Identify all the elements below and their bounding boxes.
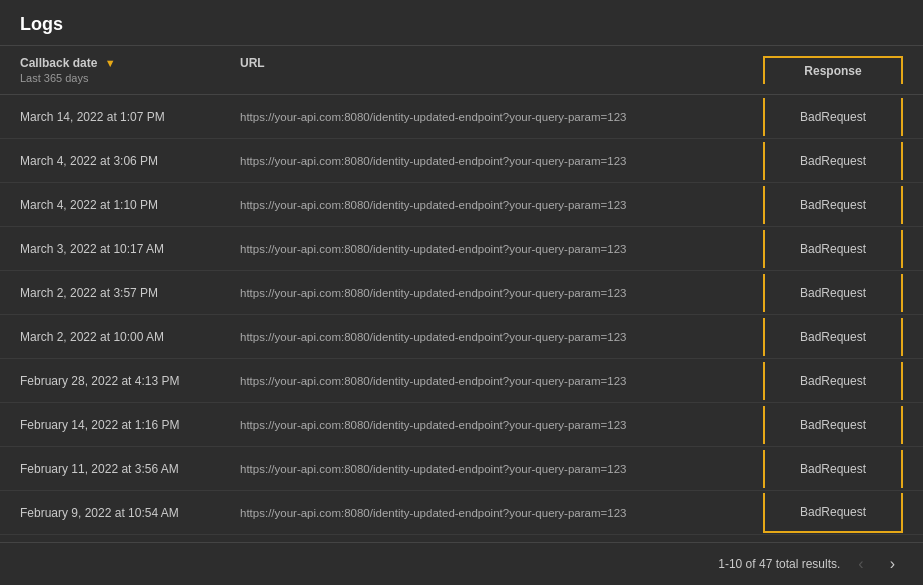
date-cell: March 4, 2022 at 1:10 PM: [20, 186, 240, 224]
table-row[interactable]: March 2, 2022 at 10:00 AM https://your-a…: [0, 315, 923, 359]
page-title: Logs: [0, 0, 923, 46]
response-col-header: Response: [763, 56, 903, 84]
url-cell: https://your-api.com:8080/identity-updat…: [240, 99, 763, 135]
url-cell: https://your-api.com:8080/identity-updat…: [240, 363, 763, 399]
response-cell: BadRequest: [763, 318, 903, 356]
pagination-bar: 1-10 of 47 total results. ‹ ›: [0, 542, 923, 585]
response-cell: BadRequest: [763, 142, 903, 180]
url-col-header: URL: [240, 56, 763, 84]
table-row[interactable]: February 11, 2022 at 3:56 AM https://you…: [0, 447, 923, 491]
table-header: Callback date ▼ Last 365 days URL Respon…: [0, 46, 923, 95]
filter-icon[interactable]: ▼: [105, 57, 116, 69]
response-cell: BadRequest: [763, 450, 903, 488]
date-cell: March 4, 2022 at 3:06 PM: [20, 142, 240, 180]
table-body: March 14, 2022 at 1:07 PM https://your-a…: [0, 95, 923, 542]
url-cell: https://your-api.com:8080/identity-updat…: [240, 407, 763, 443]
date-cell: March 2, 2022 at 3:57 PM: [20, 274, 240, 312]
url-cell: https://your-api.com:8080/identity-updat…: [240, 143, 763, 179]
response-cell: BadRequest: [763, 274, 903, 312]
table-row[interactable]: February 9, 2022 at 10:54 AM https://you…: [0, 491, 923, 535]
page-container: Logs Callback date ▼ Last 365 days URL R…: [0, 0, 923, 585]
prev-page-button[interactable]: ‹: [850, 553, 871, 575]
url-cell: https://your-api.com:8080/identity-updat…: [240, 495, 763, 531]
response-cell: BadRequest: [763, 406, 903, 444]
date-cell: March 3, 2022 at 10:17 AM: [20, 230, 240, 268]
table-row[interactable]: March 3, 2022 at 10:17 AM https://your-a…: [0, 227, 923, 271]
date-cell: February 28, 2022 at 4:13 PM: [20, 362, 240, 400]
response-cell: BadRequest: [763, 186, 903, 224]
date-cell: February 14, 2022 at 1:16 PM: [20, 406, 240, 444]
response-cell: BadRequest: [763, 230, 903, 268]
date-cell: March 14, 2022 at 1:07 PM: [20, 98, 240, 136]
filter-label: Last 365 days: [20, 72, 240, 84]
callback-date-col-header: Callback date ▼ Last 365 days: [20, 56, 240, 84]
table-row[interactable]: March 4, 2022 at 3:06 PM https://your-ap…: [0, 139, 923, 183]
response-cell: BadRequest: [763, 98, 903, 136]
url-cell: https://your-api.com:8080/identity-updat…: [240, 231, 763, 267]
url-cell: https://your-api.com:8080/identity-updat…: [240, 319, 763, 355]
url-cell: https://your-api.com:8080/identity-updat…: [240, 187, 763, 223]
table-row[interactable]: March 14, 2022 at 1:07 PM https://your-a…: [0, 95, 923, 139]
callback-date-label: Callback date: [20, 56, 97, 70]
table-row[interactable]: March 4, 2022 at 1:10 PM https://your-ap…: [0, 183, 923, 227]
table-row[interactable]: March 2, 2022 at 3:57 PM https://your-ap…: [0, 271, 923, 315]
url-cell: https://your-api.com:8080/identity-updat…: [240, 275, 763, 311]
pagination-range: 1-10 of 47 total results.: [718, 557, 840, 571]
response-cell: BadRequest: [763, 493, 903, 533]
next-page-button[interactable]: ›: [882, 553, 903, 575]
date-cell: March 2, 2022 at 10:00 AM: [20, 318, 240, 356]
response-cell: BadRequest: [763, 362, 903, 400]
date-cell: February 11, 2022 at 3:56 AM: [20, 450, 240, 488]
url-cell: https://your-api.com:8080/identity-updat…: [240, 451, 763, 487]
date-cell: February 9, 2022 at 10:54 AM: [20, 494, 240, 532]
table-row[interactable]: February 28, 2022 at 4:13 PM https://you…: [0, 359, 923, 403]
table-row[interactable]: February 14, 2022 at 1:16 PM https://you…: [0, 403, 923, 447]
table-wrapper: Callback date ▼ Last 365 days URL Respon…: [0, 46, 923, 542]
